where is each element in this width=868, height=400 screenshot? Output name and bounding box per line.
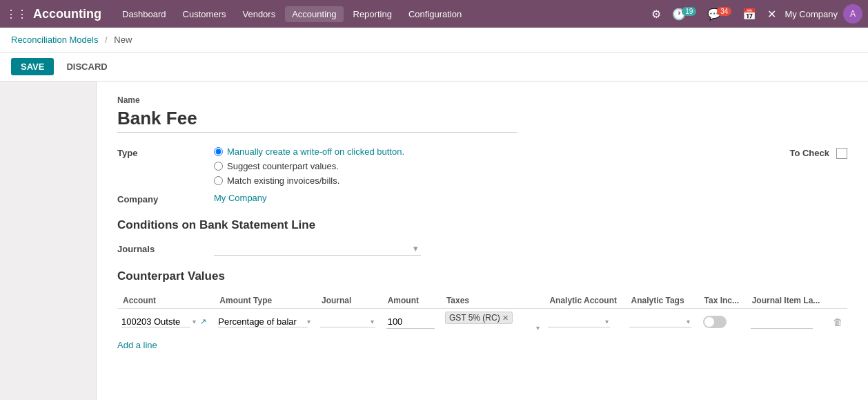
analytic-tags-select[interactable]: [629, 316, 691, 327]
radio-suggest-label: Suggest counterpart values.: [227, 161, 339, 171]
amount-input[interactable]: [386, 315, 435, 329]
analytic-tags-select-wrap: ▾: [629, 316, 691, 327]
breadcrumb: Reconciliation Models / New: [0, 28, 868, 53]
account-external-link[interactable]: ↗: [200, 317, 206, 326]
cell-analytic-tags: ▾: [625, 309, 698, 335]
toggle-knob: [704, 317, 714, 327]
type-options: Manually create a write-off on clicked b…: [214, 146, 734, 186]
company-link[interactable]: My Company: [214, 193, 267, 203]
sidebar: [0, 82, 97, 400]
radio-match[interactable]: Match existing invoices/bills.: [214, 175, 734, 186]
add-line-button[interactable]: Add a line: [117, 340, 157, 350]
journal-select[interactable]: [320, 316, 375, 327]
conditions-section-title: Conditions on Bank Statement Line: [117, 218, 847, 232]
col-journal-item-label: Journal Item La...: [747, 293, 829, 309]
amount-type-select[interactable]: Percentage of balar: [218, 316, 308, 327]
cell-account: 100203 Outste ▾ ↗: [117, 309, 214, 335]
tax-row: GST 5% (RC) ✕: [445, 312, 540, 324]
tax-text-input[interactable]: [515, 313, 536, 323]
clock-icon[interactable]: 🕐19: [669, 6, 699, 22]
tax-chip-remove[interactable]: ✕: [502, 314, 509, 323]
radio-write-off-label: Manually create a write-off on clicked b…: [227, 146, 404, 157]
name-input[interactable]: [117, 108, 517, 133]
tax-inc-toggle[interactable]: [703, 316, 727, 328]
journals-select[interactable]: [214, 242, 421, 256]
account-select[interactable]: 100203 Outste: [121, 316, 190, 327]
apps-icon[interactable]: ⋮⋮: [6, 8, 28, 21]
tax-dropdown-arrow[interactable]: ▾: [536, 324, 540, 332]
cell-journal: ▾: [316, 309, 382, 335]
journal-select-wrap: ▾: [320, 316, 375, 327]
nav-dashboard[interactable]: Dashboard: [115, 6, 173, 22]
cell-tax-inc: [699, 309, 747, 335]
breadcrumb-separator: /: [105, 35, 108, 45]
to-check-checkbox[interactable]: [836, 148, 847, 159]
cell-taxes: GST 5% (RC) ✕ ▾: [441, 309, 544, 335]
radio-match-label: Match existing invoices/bills.: [227, 175, 339, 186]
col-tax-inc: Tax Inc...: [699, 293, 747, 309]
table-header-row: Account Amount Type Journal Amount Taxes…: [117, 293, 847, 309]
top-navigation: ⋮⋮ Accounting Dashboard Customers Vendor…: [0, 0, 868, 28]
counterpart-table-container: Account Amount Type Journal Amount Taxes…: [117, 293, 847, 350]
nav-reporting[interactable]: Reporting: [346, 6, 399, 22]
counterpart-section-title: Counterpart Values: [117, 269, 847, 283]
tax-chip: GST 5% (RC) ✕: [445, 312, 513, 324]
name-label: Name: [117, 95, 847, 105]
nav-accounting[interactable]: Accounting: [285, 6, 343, 22]
nav-links: Dashboard Customers Vendors Accounting R…: [115, 6, 649, 22]
settings-icon[interactable]: ⚙: [649, 6, 664, 22]
company-label: Company: [117, 193, 214, 204]
action-bar: SAVE DISCARD: [0, 53, 868, 82]
col-journal: Journal: [316, 293, 382, 309]
cell-delete: 🗑: [829, 309, 847, 335]
chat-icon[interactable]: 💬34: [704, 6, 734, 22]
col-delete: [829, 293, 847, 309]
radio-match-input[interactable]: [214, 176, 223, 185]
calendar-icon[interactable]: 📅: [740, 6, 759, 22]
col-analytic-tags: Analytic Tags: [625, 293, 698, 309]
breadcrumb-current: New: [114, 35, 132, 45]
type-label: Type: [117, 146, 214, 158]
table-row: 100203 Outste ▾ ↗ Percenta: [117, 309, 847, 335]
nav-vendors[interactable]: Vendors: [235, 6, 282, 22]
col-amount-type: Amount Type: [214, 293, 316, 309]
type-row: Type Manually create a write-off on clic…: [117, 146, 847, 186]
cell-journal-item-label: [747, 309, 829, 335]
company-value: My Company: [214, 193, 847, 203]
main-content: Name Type Manually create a write-off on…: [97, 82, 868, 400]
save-button[interactable]: SAVE: [11, 58, 54, 75]
tax-chip-label: GST 5% (RC): [449, 313, 500, 323]
col-amount: Amount: [382, 293, 441, 309]
tax-input-wrap: GST 5% (RC) ✕ ▾: [445, 312, 540, 332]
company-switcher[interactable]: My Company: [785, 9, 838, 19]
col-taxes: Taxes: [441, 293, 544, 309]
col-analytic-account: Analytic Account: [544, 293, 625, 309]
journals-select-wrapper: [214, 242, 421, 256]
nav-right: ⚙ 🕐19 💬34 📅 ✕ My Company A: [649, 4, 862, 23]
radio-write-off-input[interactable]: [214, 147, 223, 156]
account-dropdown-icon: ▾: [193, 318, 196, 325]
analytic-account-select[interactable]: [548, 316, 610, 327]
user-avatar[interactable]: A: [843, 4, 862, 23]
nav-configuration[interactable]: Configuration: [402, 6, 468, 22]
radio-write-off[interactable]: Manually create a write-off on clicked b…: [214, 146, 734, 157]
analytic-account-select-wrap: ▾: [548, 316, 610, 327]
close-icon[interactable]: ✕: [765, 6, 779, 22]
cell-analytic-account: ▾: [544, 309, 625, 335]
breadcrumb-parent[interactable]: Reconciliation Models: [11, 35, 98, 45]
account-select-wrap: 100203 Outste ▾: [121, 316, 197, 327]
radio-suggest-input[interactable]: [214, 162, 223, 171]
clock-badge: 19: [682, 7, 696, 16]
nav-customers[interactable]: Customers: [176, 6, 233, 22]
to-check-label: To Check: [789, 148, 829, 158]
radio-group: Manually create a write-off on clicked b…: [214, 146, 734, 186]
amount-type-select-wrap: Percentage of balar ▾: [218, 316, 312, 327]
cell-amount-type: Percentage of balar ▾: [214, 309, 316, 335]
chat-badge: 34: [717, 7, 731, 16]
journals-row: Journals: [117, 242, 847, 256]
discard-button[interactable]: DISCARD: [59, 58, 114, 75]
journal-item-label-input[interactable]: [751, 315, 813, 329]
brand-logo: Accounting: [33, 7, 101, 21]
delete-row-button[interactable]: 🗑: [833, 316, 842, 327]
radio-suggest[interactable]: Suggest counterpart values.: [214, 161, 734, 171]
